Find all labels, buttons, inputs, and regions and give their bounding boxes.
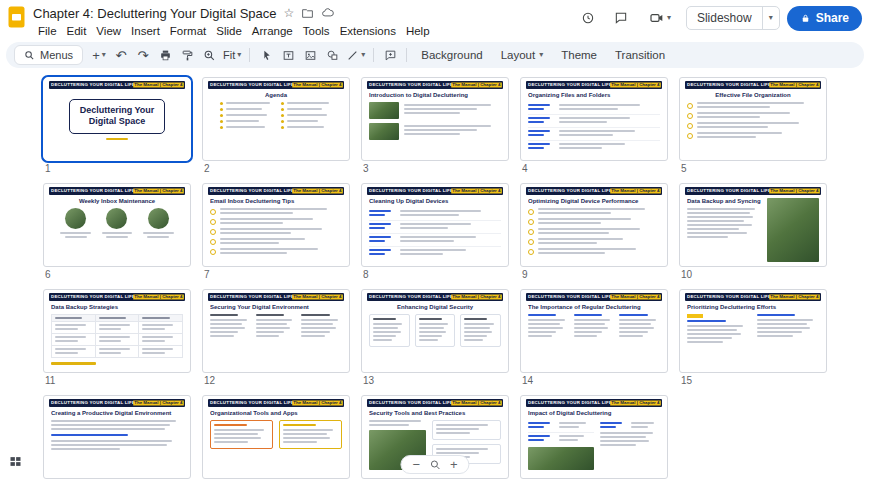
slide-thumbnail-3[interactable]: DECLUTTERING YOUR DIGITAL LIFEThe Manual… xyxy=(361,77,509,161)
text-line xyxy=(687,337,732,339)
menu-file[interactable]: File xyxy=(33,24,62,38)
filmstrip-view-toggle[interactable] xyxy=(8,454,23,472)
text-line xyxy=(373,331,401,333)
slideshow-options-caret[interactable]: ▾ xyxy=(762,7,779,29)
text-line xyxy=(757,331,802,333)
paint-format-button[interactable] xyxy=(177,45,197,65)
text-line xyxy=(436,424,488,426)
text-box-button[interactable] xyxy=(278,45,298,65)
text-line xyxy=(287,120,318,122)
insert-comment-button[interactable] xyxy=(380,45,400,65)
menu-edit[interactable]: Edit xyxy=(62,24,92,38)
slide-thumbnail-2[interactable]: DECLUTTERING YOUR DIGITAL LIFEThe Manual… xyxy=(202,77,350,161)
text-line xyxy=(287,114,327,116)
text-line xyxy=(373,327,398,329)
text-line xyxy=(687,220,744,222)
menu-help[interactable]: Help xyxy=(401,24,435,38)
slide-thumbnail-6[interactable]: DECLUTTERING YOUR DIGITAL LIFEThe Manual… xyxy=(43,183,191,267)
slide-cell: DECLUTTERING YOUR DIGITAL LIFEThe Manual… xyxy=(361,183,509,282)
slide-content: Prioritizing Decluttering Efforts xyxy=(687,304,819,368)
menu-format[interactable]: Format xyxy=(165,24,211,38)
comments-button[interactable] xyxy=(608,5,634,31)
slide-thumbnail-12[interactable]: DECLUTTERING YOUR DIGITAL LIFEThe Manual… xyxy=(202,289,350,373)
text-line xyxy=(697,102,804,104)
insert-shape-button[interactable] xyxy=(322,45,342,65)
select-tool-button[interactable] xyxy=(256,45,276,65)
caret-down-icon: ▾ xyxy=(361,51,365,59)
text-line xyxy=(220,232,291,234)
slide-banner: DECLUTTERING YOUR DIGITAL LIFEThe Manual… xyxy=(208,399,344,407)
new-slide-button[interactable]: + ▾ xyxy=(89,45,109,65)
slide-content: Organizing Files and Folders xyxy=(528,92,660,156)
text-line xyxy=(287,102,329,104)
slide-banner: DECLUTTERING YOUR DIGITAL LIFEThe Manual… xyxy=(526,187,662,195)
slide-thumbnail-7[interactable]: DECLUTTERING YOUR DIGITAL LIFEThe Manual… xyxy=(202,183,350,267)
text-line xyxy=(142,317,170,320)
slide-thumbnail-1[interactable]: DECLUTTERING YOUR DIGITAL LIFEThe Manual… xyxy=(43,77,191,161)
text-line xyxy=(528,108,544,110)
slide-chapter-tag: The Manual | Chapter 4 xyxy=(611,189,661,194)
slide-thumbnail-19[interactable]: DECLUTTERING YOUR DIGITAL LIFEThe Manual… xyxy=(520,395,668,479)
theme-button[interactable]: Theme xyxy=(553,45,605,65)
redo-button[interactable]: ↷ xyxy=(133,45,153,65)
zoom-in-button[interactable]: + xyxy=(450,458,458,471)
background-button[interactable]: Background xyxy=(413,45,490,65)
version-history-button[interactable] xyxy=(575,5,601,31)
toolbar: Menus + ▾ ↶ ↷ Fit ▾ ▾ Background Lay xyxy=(6,42,864,68)
zoom-out-button[interactable]: − xyxy=(412,458,420,471)
meet-call-button[interactable]: ▾ xyxy=(641,5,679,31)
slide-thumbnail-13[interactable]: DECLUTTERING YOUR DIGITAL LIFEThe Manual… xyxy=(361,289,509,373)
zoom-button[interactable] xyxy=(199,45,219,65)
slide-thumbnail-17[interactable]: DECLUTTERING YOUR DIGITAL LIFEThe Manual… xyxy=(202,395,350,479)
undo-button[interactable]: ↶ xyxy=(111,45,131,65)
text-line xyxy=(404,125,491,127)
zoom-fit-select[interactable]: Fit ▾ xyxy=(221,45,243,65)
menu-view[interactable]: View xyxy=(91,24,126,38)
slide-thumbnail-16[interactable]: DECLUTTERING YOUR DIGITAL LIFEThe Manual… xyxy=(43,395,191,479)
insert-line-button[interactable]: ▾ xyxy=(344,45,367,65)
text-line xyxy=(210,319,247,321)
slide-number: 15 xyxy=(679,375,827,388)
menu-insert[interactable]: Insert xyxy=(126,24,165,38)
bullet-row xyxy=(281,102,332,105)
insert-image-button[interactable] xyxy=(300,45,320,65)
text-line xyxy=(697,122,799,124)
menus-search-button[interactable]: Menus xyxy=(14,45,83,65)
slide-thumbnail-15[interactable]: DECLUTTERING YOUR DIGITAL LIFEThe Manual… xyxy=(679,289,827,373)
slide-content: Impact of Digital Decluttering xyxy=(528,410,660,474)
transition-label: Transition xyxy=(615,49,665,61)
slide-thumbnail-5[interactable]: DECLUTTERING YOUR DIGITAL LIFEThe Manual… xyxy=(679,77,827,161)
slideshow-button[interactable]: Slideshow ▾ xyxy=(686,6,780,30)
star-icon[interactable]: ☆ xyxy=(284,6,295,20)
slideshow-label: Slideshow xyxy=(687,11,762,25)
move-folder-icon[interactable] xyxy=(301,7,314,20)
menu-slide[interactable]: Slide xyxy=(211,24,247,38)
slide-thumbnail-9[interactable]: DECLUTTERING YOUR DIGITAL LIFEThe Manual… xyxy=(520,183,668,267)
text-line xyxy=(404,129,477,131)
menu-tools[interactable]: Tools xyxy=(298,24,335,38)
menu-arrange[interactable]: Arrange xyxy=(247,24,298,38)
text-line xyxy=(619,327,654,329)
text-line xyxy=(51,440,172,442)
slide-thumbnail-10[interactable]: DECLUTTERING YOUR DIGITAL LIFEThe Manual… xyxy=(679,183,827,267)
text-line xyxy=(256,335,280,337)
text-line xyxy=(400,214,459,216)
transition-button[interactable]: Transition xyxy=(607,45,673,65)
print-button[interactable] xyxy=(155,45,175,65)
share-button[interactable]: Share xyxy=(787,6,862,31)
text-line xyxy=(369,210,391,212)
menu-extensions[interactable]: Extensions xyxy=(335,24,401,38)
zoom-tool-button[interactable] xyxy=(429,459,441,471)
text-line xyxy=(283,433,327,435)
text-line xyxy=(99,340,122,342)
slides-app-icon[interactable] xyxy=(8,4,25,32)
text-line xyxy=(528,335,552,337)
document-title[interactable]: Chapter 4: Decluttering Your Digital Spa… xyxy=(33,6,277,21)
slide-thumbnail-8[interactable]: DECLUTTERING YOUR DIGITAL LIFEThe Manual… xyxy=(361,183,509,267)
slide-thumbnail-4[interactable]: DECLUTTERING YOUR DIGITAL LIFEThe Manual… xyxy=(520,77,668,161)
text-line xyxy=(538,242,597,244)
slide-thumbnail-11[interactable]: DECLUTTERING YOUR DIGITAL LIFEThe Manual… xyxy=(43,289,191,373)
slide-number: 14 xyxy=(520,375,668,388)
layout-button[interactable]: Layout ▾ xyxy=(493,45,552,65)
slide-thumbnail-14[interactable]: DECLUTTERING YOUR DIGITAL LIFEThe Manual… xyxy=(520,289,668,373)
